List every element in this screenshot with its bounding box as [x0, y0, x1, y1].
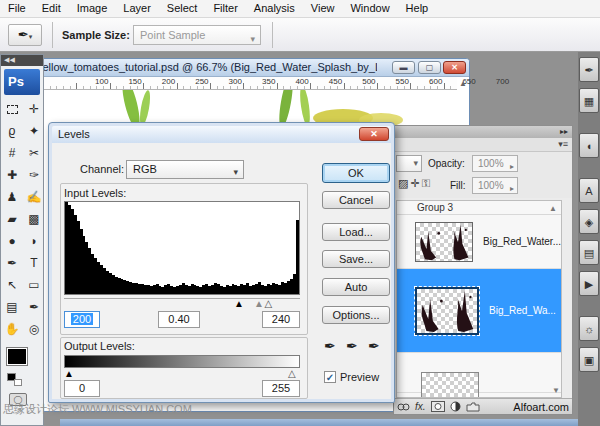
sample-size-dropdown[interactable]: Point Sample ▾: [133, 25, 261, 45]
menu-analysis[interactable]: Analysis: [246, 0, 303, 18]
blend-mode-dropdown[interactable]: ▾: [396, 155, 422, 172]
foreground-color-swatch[interactable]: [6, 347, 28, 366]
input-black-slider[interactable]: ▲: [234, 298, 244, 310]
layer-style-icon[interactable]: fx.: [415, 401, 426, 412]
preview-checkbox[interactable]: ✓: [324, 371, 336, 383]
chevron-down-icon: ▾: [250, 30, 255, 48]
lock-position-icon[interactable]: ✛: [410, 177, 421, 189]
save-button[interactable]: Save...: [322, 250, 390, 268]
crop-tool-icon[interactable]: #: [1, 142, 23, 164]
layer-mask-icon[interactable]: [431, 401, 445, 412]
toolbox-collapse-bar[interactable]: ◀◀: [1, 55, 43, 66]
opacity-value-box[interactable]: 100%▸: [472, 155, 518, 172]
blur-tool-icon[interactable]: ●: [1, 230, 23, 252]
character-panel-icon[interactable]: A: [579, 178, 599, 203]
output-black-field[interactable]: 0: [64, 380, 100, 397]
menu-window[interactable]: Window: [342, 0, 397, 18]
gradient-tool-icon[interactable]: ▩: [23, 208, 45, 230]
menu-layer[interactable]: Layer: [115, 0, 159, 18]
lasso-tool-icon[interactable]: ϱ: [1, 120, 23, 142]
marquee-tool-icon[interactable]: [1, 98, 23, 120]
panel-collapse-bar[interactable]: ▸▸: [394, 126, 572, 138]
clone-stamp-tool-icon[interactable]: ♟: [1, 186, 23, 208]
animation-panel-icon[interactable]: ▶: [579, 271, 599, 296]
dodge-tool-icon[interactable]: ◗: [23, 230, 45, 252]
scroll-down-icon[interactable]: ▼: [552, 386, 560, 395]
ok-button[interactable]: OK: [322, 163, 390, 183]
input-gamma-field[interactable]: 0.40: [158, 311, 200, 328]
layer-group-row[interactable]: Group 3▲: [397, 201, 561, 215]
lock-transparency-icon[interactable]: ▨: [398, 177, 410, 189]
input-gamma-slider[interactable]: ▲: [254, 298, 264, 310]
splash-thumbnail-art: [416, 223, 472, 261]
switch-colors-icon[interactable]: [14, 379, 22, 386]
chevron-down-icon: ▾: [413, 158, 418, 168]
auto-button[interactable]: Auto: [322, 278, 390, 296]
lock-all-icon[interactable]: ⚿: [422, 177, 432, 189]
notes-tool-icon[interactable]: ▤: [1, 296, 23, 318]
close-button[interactable]: ✕: [443, 61, 466, 74]
menu-image[interactable]: Image: [69, 0, 116, 18]
document-titlebar[interactable]: yellow_tomatoes_tutorial.psd @ 66.7% (Bi…: [31, 59, 469, 77]
maximize-button[interactable]: ▢: [418, 61, 441, 74]
minimize-button[interactable]: ▬: [392, 61, 415, 74]
scroll-up-icon[interactable]: ▲: [459, 79, 467, 88]
options-button[interactable]: Options...: [322, 306, 390, 324]
history-brush-tool-icon[interactable]: ✍: [23, 186, 45, 208]
hand-tool-icon[interactable]: ✋: [1, 318, 23, 340]
layer-row[interactable]: Big_Red_Water...: [397, 215, 561, 269]
layer-row[interactable]: Big_Red_Wa...: [397, 269, 561, 353]
ruler-label: 450: [329, 77, 342, 86]
styles-panel-icon[interactable]: ☼: [579, 316, 599, 341]
input-white-slider[interactable]: △: [265, 298, 273, 310]
menu-view[interactable]: View: [303, 0, 343, 18]
layer-row-partial[interactable]: [397, 353, 561, 393]
output-white-slider[interactable]: △: [288, 368, 296, 380]
scroll-up-icon[interactable]: ▲: [549, 202, 557, 216]
type-tool-icon[interactable]: T: [23, 252, 45, 274]
zoom-tool-icon[interactable]: ◎: [23, 318, 45, 340]
input-white-field[interactable]: 240: [262, 311, 300, 328]
healing-brush-tool-icon[interactable]: ✚: [1, 164, 23, 186]
cancel-button[interactable]: Cancel: [322, 191, 390, 209]
pen-tool-icon[interactable]: ✒: [1, 252, 23, 274]
input-black-field[interactable]: 200: [64, 311, 100, 328]
output-black-slider[interactable]: ▲: [64, 368, 74, 380]
menu-select[interactable]: Select: [159, 0, 206, 18]
layer-comps-panel-icon[interactable]: ▤: [579, 240, 599, 265]
dialog-close-button[interactable]: ✕: [359, 127, 389, 141]
layer-thumbnail[interactable]: [421, 372, 479, 398]
load-button[interactable]: Load...: [322, 223, 390, 241]
brushes-panel-icon[interactable]: ✒: [579, 57, 599, 82]
path-select-tool-icon[interactable]: ↖: [1, 274, 23, 296]
link-layers-icon[interactable]: [397, 402, 410, 412]
histogram-panel-icon[interactable]: ▣: [579, 347, 599, 372]
shape-tool-icon[interactable]: ▭: [23, 274, 45, 296]
swatches-panel-icon[interactable]: ◖: [579, 133, 599, 158]
white-point-eyedropper-icon[interactable]: ✒: [368, 338, 380, 354]
panel-menu-row[interactable]: ▾≡: [394, 138, 572, 152]
magic-wand-tool-icon[interactable]: ✦: [23, 120, 45, 142]
paragraph-panel-icon[interactable]: ◈: [579, 209, 599, 234]
gray-point-eyedropper-icon[interactable]: ✒: [346, 338, 358, 354]
menu-filter[interactable]: Filter: [205, 0, 245, 18]
brush-tool-icon[interactable]: ✑: [23, 164, 45, 186]
new-group-icon[interactable]: [466, 402, 480, 412]
clone-source-panel-icon[interactable]: ▦: [579, 88, 599, 113]
menu-help[interactable]: Help: [398, 0, 437, 18]
layer-thumbnail[interactable]: [415, 287, 479, 335]
eraser-tool-icon[interactable]: ▰: [1, 208, 23, 230]
menu-file[interactable]: File: [0, 0, 34, 18]
fill-value-box[interactable]: 100%▸: [472, 177, 518, 194]
layer-thumbnail[interactable]: [415, 222, 473, 262]
channel-dropdown[interactable]: RGB ▾: [126, 160, 244, 179]
eyedropper-tool-icon[interactable]: ✒: [23, 296, 45, 318]
eyedropper-tool-button[interactable]: ✒▾: [8, 24, 42, 46]
output-white-field[interactable]: 255: [262, 380, 300, 397]
adjustment-layer-icon[interactable]: [450, 401, 461, 412]
slice-tool-icon[interactable]: ✂: [23, 142, 45, 164]
black-point-eyedropper-icon[interactable]: ✒: [324, 338, 336, 354]
menu-edit[interactable]: Edit: [34, 0, 69, 18]
move-tool-icon[interactable]: ✛: [23, 98, 45, 120]
dialog-titlebar[interactable]: Levels ✕: [52, 126, 391, 143]
